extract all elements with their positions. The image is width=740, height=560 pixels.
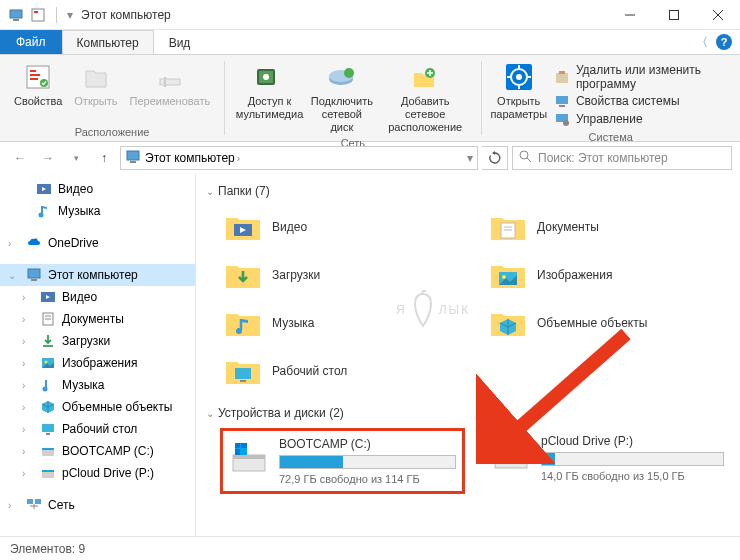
drive-icon	[491, 434, 531, 474]
title-bar: ▾ Этот компьютер	[0, 0, 740, 30]
svg-rect-51	[46, 433, 50, 435]
svg-point-17	[344, 68, 354, 78]
breadcrumb-this-pc[interactable]: Этот компьютер	[145, 151, 235, 165]
app-icon	[8, 7, 24, 23]
svg-rect-1	[13, 19, 19, 21]
refresh-button[interactable]	[482, 146, 508, 170]
rename-button[interactable]: Переименовать	[124, 59, 217, 110]
manage-button[interactable]: Управление	[554, 111, 726, 127]
sidebar-item-network[interactable]: ›Сеть	[0, 494, 195, 516]
folder-pictures[interactable]: Изображения	[485, 254, 730, 296]
chevron-down-icon: ⌄	[206, 186, 214, 197]
chevron-down-icon: ⌄	[206, 408, 214, 419]
svg-rect-10	[160, 79, 180, 85]
drives-section-header[interactable]: ⌄Устройства и диски (2)	[206, 406, 730, 420]
drive-bootcamp-c[interactable]: BOOTCAMP (C:) 72,9 ГБ свободно из 114 ГБ	[220, 428, 465, 494]
folder-downloads[interactable]: Загрузки	[220, 254, 465, 296]
sidebar-item-bootcamp[interactable]: ›BOOTCAMP (C:)	[0, 440, 195, 462]
system-properties-button[interactable]: Свойства системы	[554, 93, 726, 109]
sidebar-item-pictures[interactable]: ›Изображения	[0, 352, 195, 374]
group-system-label: Система	[589, 131, 633, 146]
sidebar-item-music-top[interactable]: Музыка	[0, 200, 195, 222]
drive-usage-bar	[541, 452, 724, 466]
svg-point-48	[45, 361, 48, 364]
svg-rect-40	[31, 279, 37, 281]
uninstall-programs-button[interactable]: Удалить или изменить программу	[554, 63, 726, 91]
folder-documents[interactable]: Документы	[485, 206, 730, 248]
svg-point-49	[43, 387, 48, 392]
sidebar-item-onedrive[interactable]: ›OneDrive	[0, 232, 195, 254]
file-tab[interactable]: Файл	[0, 30, 62, 54]
folders-section-header[interactable]: ⌄Папки (7)	[206, 184, 730, 198]
sidebar-item-desktop[interactable]: ›Рабочий стол	[0, 418, 195, 440]
svg-rect-28	[556, 96, 568, 104]
help-icon[interactable]: ?	[716, 34, 732, 50]
svg-point-31	[563, 120, 569, 126]
folder-videos[interactable]: Видео	[220, 206, 465, 248]
navigation-bar: ← → ▾ ↑ Этот компьютер › ▾ Поиск: Этот к…	[0, 142, 740, 174]
qat-dropdown-icon[interactable]: ▾	[67, 8, 73, 22]
pc-icon	[125, 149, 141, 168]
sidebar-item-videos[interactable]: ›Видео	[0, 286, 195, 308]
svg-point-67	[236, 328, 242, 334]
svg-point-21	[516, 74, 522, 80]
svg-line-35	[527, 158, 531, 162]
qat-properties-icon[interactable]	[30, 7, 46, 23]
svg-rect-74	[241, 443, 247, 448]
window-title: Этот компьютер	[81, 8, 171, 22]
drive-pcloud-p[interactable]: pCloud Drive (P:) 14,0 ГБ свободно из 15…	[485, 428, 730, 494]
svg-rect-75	[235, 449, 240, 455]
search-input[interactable]: Поиск: Этот компьютер	[512, 146, 732, 170]
forward-button[interactable]: →	[36, 146, 60, 170]
chevron-right-icon[interactable]: ›	[237, 153, 240, 164]
view-tab[interactable]: Вид	[154, 30, 206, 54]
svg-rect-3	[34, 11, 38, 13]
close-button[interactable]	[696, 0, 740, 30]
address-dropdown-icon[interactable]: ▾	[467, 151, 473, 165]
svg-rect-33	[130, 161, 136, 163]
folder-3d-objects[interactable]: Объемные объекты	[485, 302, 730, 344]
content-pane: ⌄Папки (7) Видео Документы Загрузки Изоб…	[196, 174, 740, 536]
svg-point-66	[502, 275, 506, 279]
properties-button[interactable]: Свойства	[8, 59, 68, 110]
minimize-button[interactable]	[608, 0, 652, 30]
drive-icon	[229, 437, 269, 477]
address-bar[interactable]: Этот компьютер › ▾	[120, 146, 478, 170]
maximize-button[interactable]	[652, 0, 696, 30]
back-button[interactable]: ←	[8, 146, 32, 170]
sidebar-item-this-pc[interactable]: ⌄Этот компьютер	[0, 264, 195, 286]
svg-point-34	[520, 151, 528, 159]
group-location-label: Расположение	[75, 126, 150, 141]
open-settings-button[interactable]: Открыть параметры	[490, 59, 548, 123]
sidebar-item-music[interactable]: ›Музыка	[0, 374, 195, 396]
media-access-button[interactable]: Доступ к мультимедиа	[233, 59, 306, 123]
svg-rect-50	[42, 424, 54, 432]
sidebar-item-downloads[interactable]: ›Загрузки	[0, 330, 195, 352]
sidebar-item-3d-objects[interactable]: ›Объемные объекты	[0, 396, 195, 418]
recent-dropdown[interactable]: ▾	[64, 146, 88, 170]
collapse-icon[interactable]: ⌄	[8, 270, 20, 281]
open-button[interactable]: Открыть	[68, 59, 123, 110]
map-drive-button[interactable]: Подключить сетевой диск	[306, 59, 378, 137]
sidebar-item-videos-top[interactable]: Видео	[0, 178, 195, 200]
item-count: Элементов: 9	[10, 542, 85, 556]
svg-rect-39	[28, 269, 40, 278]
add-net-location-button[interactable]: Добавить сетевое расположение	[378, 59, 473, 137]
svg-rect-77	[495, 452, 527, 456]
svg-rect-53	[42, 448, 54, 450]
svg-rect-27	[559, 71, 565, 74]
folder-music[interactable]: Музыка	[220, 302, 465, 344]
search-icon	[519, 150, 532, 166]
expand-icon[interactable]: ›	[8, 238, 20, 249]
svg-rect-78	[495, 448, 527, 452]
sidebar-item-documents[interactable]: ›Документы	[0, 308, 195, 330]
drive-usage-bar	[279, 455, 456, 469]
collapse-ribbon-icon[interactable]: 〈	[696, 34, 708, 51]
sidebar-item-pcloud[interactable]: ›pCloud Drive (P:)	[0, 462, 195, 484]
computer-tab[interactable]: Компьютер	[62, 30, 154, 54]
svg-rect-2	[32, 9, 44, 21]
navigation-pane: Видео Музыка ›OneDrive ⌄Этот компьютер ›…	[0, 174, 196, 536]
up-button[interactable]: ↑	[92, 146, 116, 170]
svg-rect-52	[42, 450, 54, 456]
folder-desktop[interactable]: Рабочий стол	[220, 350, 465, 392]
